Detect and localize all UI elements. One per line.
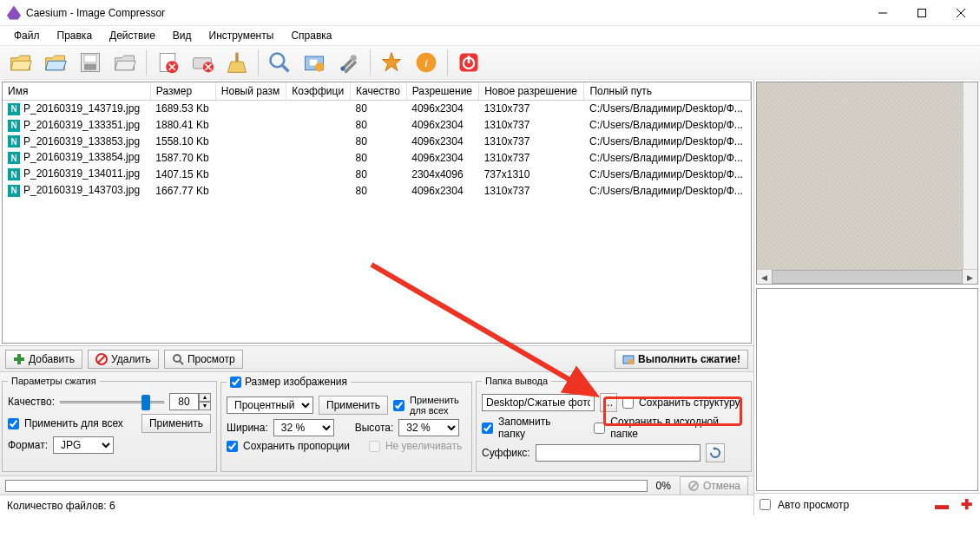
apply-all-checkbox[interactable]: [8, 418, 19, 429]
table-row[interactable]: NP_20160319_143719.jpg1689.53 Kb804096x2…: [3, 101, 751, 117]
column-header[interactable]: Качество: [351, 82, 407, 101]
compress-button[interactable]: Выполнить сжатие!: [615, 350, 748, 369]
status-bar: Количество файлов: 6: [0, 495, 753, 515]
svg-rect-28: [14, 357, 24, 361]
minimize-button[interactable]: [863, 0, 902, 26]
preview-pane-bottom: [756, 288, 978, 491]
svg-point-34: [628, 359, 634, 364]
svg-rect-15: [235, 53, 239, 62]
remove-item-icon[interactable]: [152, 47, 183, 78]
browse-button[interactable]: ...: [600, 393, 617, 412]
table-row[interactable]: NP_20160319_133853.jpg1558.10 Kb804096x2…: [3, 134, 751, 150]
apply-size-button[interactable]: Применить: [319, 396, 388, 415]
no-enlarge-checkbox: [369, 441, 380, 452]
compression-legend: Параметры сжатия: [8, 376, 100, 386]
keep-structure-checkbox[interactable]: [622, 397, 634, 409]
svg-point-20: [351, 55, 357, 61]
svg-rect-5: [84, 64, 96, 70]
height-input[interactable]: 32 %: [398, 419, 459, 436]
menu-bar: Файл Правка Действие Вид Инструменты Спр…: [0, 26, 980, 45]
info-icon[interactable]: i: [411, 47, 442, 78]
column-header[interactable]: Коэффици: [286, 82, 351, 101]
clean-icon[interactable]: [221, 47, 253, 78]
zoom-in-button[interactable]: ✚: [957, 496, 975, 514]
delete-button[interactable]: Удалить: [88, 350, 159, 369]
refresh-suffix-button[interactable]: [706, 443, 725, 462]
output-path-input[interactable]: [482, 394, 595, 411]
table-row[interactable]: NP_20160319_133351.jpg1880.41 Kb804096x2…: [3, 117, 751, 134]
file-table[interactable]: ИмяРазмерНовый размКоэффициКачествоРазре…: [2, 82, 752, 344]
cancel-button[interactable]: Отмена: [680, 476, 748, 495]
auto-preview-label: Авто просмотр: [778, 499, 849, 511]
remember-label: Запомнить папку: [498, 416, 578, 440]
table-row[interactable]: NP_20160319_143703.jpg1667.77 Kb804096x2…: [3, 182, 751, 199]
width-label: Ширина:: [227, 422, 268, 434]
vertical-scrollbar[interactable]: [963, 82, 977, 269]
apply-quality-button[interactable]: Применить: [141, 414, 211, 433]
svg-point-19: [315, 62, 325, 72]
toolbar: i: [0, 45, 980, 80]
quality-spinner[interactable]: ▲▼: [169, 393, 211, 410]
preview-button[interactable]: Просмотр: [164, 350, 243, 369]
svg-line-36: [690, 482, 697, 489]
maximize-button[interactable]: [902, 0, 941, 26]
menu-action[interactable]: Действие: [101, 28, 164, 43]
menu-tools[interactable]: Инструменты: [201, 28, 283, 43]
save-source-label: Сохранить в исходной папке: [610, 416, 746, 440]
remember-checkbox[interactable]: [482, 423, 493, 434]
table-row[interactable]: NP_20160319_134011.jpg1407.15 Kb802304x4…: [3, 166, 751, 182]
column-header[interactable]: Полный путь: [584, 82, 751, 101]
svg-point-21: [340, 66, 345, 70]
auto-preview-checkbox[interactable]: [760, 499, 771, 510]
compression-panel: Параметры сжатия Качество: ▲▼ Применить …: [2, 376, 217, 472]
table-row[interactable]: NP_20160319_133854.jpg1587.70 Kb804096x2…: [3, 149, 751, 166]
action-bar: Добавить Удалить Просмотр Выполнить сжат…: [0, 345, 753, 371]
save-list-icon[interactable]: [75, 47, 106, 78]
menu-help[interactable]: Справка: [282, 28, 340, 43]
column-header[interactable]: Размер: [150, 82, 215, 101]
column-header[interactable]: Новое разрешение: [479, 82, 584, 101]
close-button[interactable]: [941, 0, 980, 26]
horizontal-scrollbar[interactable]: ◀ ▶: [757, 269, 977, 284]
quality-slider[interactable]: [60, 393, 164, 410]
keep-ratio-checkbox[interactable]: [227, 441, 238, 452]
column-header[interactable]: Имя: [3, 82, 150, 101]
size-enable-checkbox[interactable]: [230, 377, 241, 388]
open-folder-icon[interactable]: [40, 47, 71, 78]
svg-point-31: [174, 355, 181, 362]
output-panel: Папка вывода ... Сохранить структуру Зап…: [476, 376, 752, 472]
power-icon[interactable]: [453, 47, 484, 78]
compress-icon[interactable]: [299, 47, 330, 78]
title-bar: Caesium - Image Compressor: [0, 0, 980, 26]
size-apply-all-checkbox[interactable]: [393, 400, 404, 411]
window-title: Caesium - Image Compressor: [26, 7, 863, 19]
format-select[interactable]: JPG: [53, 436, 114, 454]
preview-icon[interactable]: [264, 47, 295, 78]
progress-percent: 0%: [656, 480, 671, 492]
progress-bar: [5, 480, 648, 492]
svg-line-17: [283, 66, 289, 72]
no-enlarge-label: Не увеличивать: [385, 440, 462, 452]
column-header[interactable]: Новый разм: [215, 82, 286, 101]
settings-icon[interactable]: [333, 47, 365, 78]
open-file-icon[interactable]: [5, 47, 36, 78]
width-input[interactable]: 32 %: [273, 419, 334, 436]
svg-line-32: [180, 361, 183, 364]
menu-edit[interactable]: Правка: [49, 28, 102, 43]
format-label: Формат:: [8, 439, 48, 451]
file-count: Количество файлов: 6: [7, 500, 115, 512]
size-panel: Размер изображения Процентный Применить …: [220, 376, 472, 472]
open-list-icon[interactable]: [109, 47, 141, 78]
column-header[interactable]: Разрешение: [406, 82, 478, 101]
zoom-out-button[interactable]: ▬: [933, 496, 950, 514]
size-legend: Размер изображения: [245, 376, 347, 388]
clear-list-icon[interactable]: [187, 47, 218, 78]
suffix-input[interactable]: [536, 444, 700, 462]
size-mode-select[interactable]: Процентный: [227, 396, 313, 414]
star-icon[interactable]: [376, 47, 407, 78]
save-source-checkbox[interactable]: [594, 423, 605, 434]
quality-value[interactable]: [169, 393, 199, 410]
menu-file[interactable]: Файл: [5, 28, 49, 43]
menu-view[interactable]: Вид: [164, 28, 201, 43]
add-button[interactable]: Добавить: [5, 350, 82, 369]
